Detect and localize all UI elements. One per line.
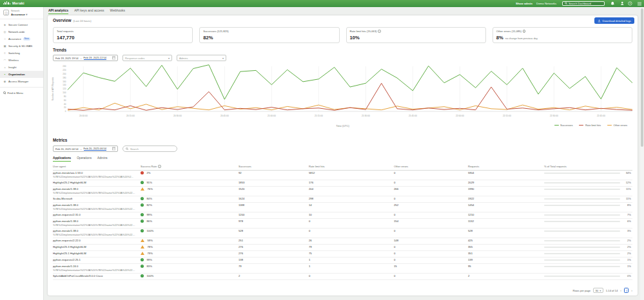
table-row[interactable]: python-requests/2.31.0↑99%120010012107% xyxy=(53,212,632,219)
response-codes-select[interactable]: Response codes▾ xyxy=(122,55,172,61)
info-icon[interactable]: i xyxy=(523,30,526,33)
dashboard-search-input[interactable]: Search Dashboard xyxy=(562,1,605,6)
trends-date-start[interactable]: Feb 19, 2025 19:54 xyxy=(55,57,79,60)
stat-card-value: 147,770 xyxy=(57,35,74,41)
sidebar-item-find-in-menu[interactable]: Find in Menu xyxy=(0,89,43,97)
table-row[interactable]: python-requests/2.25.1↑99%138101391% xyxy=(53,258,632,264)
show-admin-link[interactable]: Show admin xyxy=(516,2,532,5)
user-agent-name: Highlight/25.2 HighlightSLM xyxy=(53,181,137,184)
table-row[interactable]: Highlight/25.1 HighlightSLM79%2767503512… xyxy=(53,251,632,258)
user-agent-cell: python-requests/2.22.0 xyxy=(53,239,139,242)
announcements-icon[interactable] xyxy=(610,1,615,6)
status-good-icon: ↑ xyxy=(141,258,144,261)
chevron-down-icon: ▾ xyxy=(168,57,170,60)
pct-value: 11% xyxy=(623,187,631,191)
metrics-date-start[interactable]: Feb 20, 2025 04:54 xyxy=(55,147,79,151)
table-row[interactable]: python-meraki/1.38.0%7B%22implementation… xyxy=(53,203,632,212)
requests-cell: 1990 xyxy=(468,187,543,191)
apps-grid-icon[interactable] xyxy=(637,1,642,6)
overview-subtitle: (Last 24 hours) xyxy=(73,19,91,23)
legend-label: Other errors xyxy=(613,124,627,127)
trends-date-range-picker[interactable]: Feb 19, 2025 19:54 → Feb 19, 2025 22:54 xyxy=(53,55,118,61)
meraki-logo[interactable]: Meraki xyxy=(3,1,24,5)
admins-select[interactable]: Admins▾ xyxy=(177,55,226,61)
user-agent-name: python-meraki/1.38.0 xyxy=(53,187,137,191)
rows-per-page-select[interactable]: 30▾ xyxy=(593,288,603,293)
account-icon[interactable] xyxy=(620,1,625,6)
requests-cell: 355 xyxy=(468,245,543,248)
svg-text:22:15:00: 22:15:00 xyxy=(503,115,511,117)
sidebar-item-security-sd-wan[interactable]: ▣Security & SD-WAN xyxy=(0,42,43,50)
status-good-icon: ↑ xyxy=(141,197,144,200)
table-row[interactable]: python-requests/2.22.059%251261484252% xyxy=(53,238,632,245)
chart-legend: SuccessesRate limit hitsOther errors xyxy=(554,124,627,127)
next-page-button[interactable]: › xyxy=(631,288,632,292)
svg-text:0: 0 xyxy=(65,110,66,113)
table-row[interactable]: Highlight/25.3 HighlightSLM78%2767903552… xyxy=(53,245,632,251)
table-row[interactable]: Highlight/25.2 HighlightSLM↑91%185317602… xyxy=(53,180,632,187)
table-row[interactable]: python-meraki/aio-1.53.0%7B%22implementa… xyxy=(53,171,632,180)
sidebar-item-label: Access Manager xyxy=(8,80,28,83)
trends-date-end[interactable]: Feb 19, 2025 22:54 xyxy=(84,56,107,61)
demo-networks-link[interactable]: Demo Networks xyxy=(536,2,556,5)
sidebar-item-secure-connect[interactable]: ◈Secure Connect xyxy=(0,21,43,28)
previous-page-button[interactable]: ‹ xyxy=(620,288,621,292)
requests-cell: 2 xyxy=(468,274,543,277)
tab-api-keys-and-access[interactable]: API keys and access xyxy=(74,8,104,14)
table-row[interactable]: SplunkAddOnForCiscoMeraki/3.0.0 Cisco↑10… xyxy=(53,274,632,280)
download-detailed-logs-button[interactable]: Download detailed logs xyxy=(594,17,634,24)
rate-limit-hits-cell: 298 xyxy=(309,197,393,200)
rate-limit-hits-cell: 1 xyxy=(309,258,393,261)
sidebar-item-switching[interactable]: ≡Switching xyxy=(0,50,43,57)
sidebar-item-insight[interactable]: ▵Insight xyxy=(0,64,43,71)
network-selector[interactable]: ◫ Network Assurance ▾ xyxy=(0,7,43,19)
pct-value: 0% xyxy=(623,274,631,277)
other-errors-cell: 15 xyxy=(394,265,467,268)
user-agent-detail: %7B%22implementation%22%3A%20%7B%22name%… xyxy=(53,233,137,236)
tab-api-analytics[interactable]: API analytics xyxy=(48,8,68,14)
metrics-date-range-picker[interactable]: Feb 20, 2025 04:54 → Feb 20, 2025 06:54 xyxy=(53,145,118,152)
table-row[interactable]: python-meraki/1.38.0%7B%22implementation… xyxy=(53,219,632,229)
table-row[interactable]: python-meraki/1.24.0%7B%22implementation… xyxy=(53,264,632,274)
sidebar-item-network-wide[interactable]: ◎Network-wide xyxy=(0,28,43,35)
vertical-scrollbar[interactable] xyxy=(640,7,644,300)
pct-bar-track xyxy=(544,247,620,248)
pct-value: 3% xyxy=(623,229,631,232)
svg-text:22:00:00: 22:00:00 xyxy=(456,115,464,117)
scrollbar-thumb[interactable] xyxy=(641,8,643,147)
tab-admins[interactable]: Admins xyxy=(97,156,108,162)
help-icon[interactable]: ? xyxy=(628,1,633,6)
requests-cell: 2029 xyxy=(468,181,543,184)
pct-value: 2% xyxy=(623,245,631,248)
sidebar-item-wireless[interactable]: ◠Wireless xyxy=(0,57,43,64)
cisco-logo-icon xyxy=(3,1,10,5)
new-badge: New xyxy=(23,37,30,41)
user-agent-name: python-meraki/1.24.0 xyxy=(53,265,137,268)
table-row[interactable]: Scuba-Microsoft↑84%16242980192211% xyxy=(53,196,632,203)
status-warning-icon xyxy=(141,245,144,248)
metrics-search-input[interactable]: Search xyxy=(122,145,177,152)
column-header-label: Requests xyxy=(468,165,479,168)
stat-card-value-row: 10% xyxy=(350,35,482,41)
success-rate-cell: 59% xyxy=(141,239,237,242)
sidebar-item-organization[interactable]: ▪Organization xyxy=(0,71,43,78)
chevron-down-icon: ▾ xyxy=(600,289,601,292)
pct-bar-track xyxy=(544,182,620,184)
info-icon[interactable]: i xyxy=(158,165,161,168)
table-row[interactable]: python-meraki/1.38.0%7B%22implementation… xyxy=(53,187,632,196)
current-page-button[interactable]: 1 xyxy=(624,288,629,293)
column-header-label: Rate limit hits xyxy=(309,165,325,168)
legend-item-rate-limit-hits: Rate limit hits xyxy=(579,124,601,127)
table-row[interactable]: python-meraki/1.38.0%7B%22implementation… xyxy=(53,229,632,238)
tab-webhooks[interactable]: Webhooks xyxy=(110,8,126,14)
tab-operations[interactable]: Operations xyxy=(77,156,92,162)
sidebar-item-access-manager[interactable]: ◉Access Manager xyxy=(0,78,43,85)
stat-card-label-text: Rate limit hits (15,063) xyxy=(350,30,377,33)
sidebar-item-assurance[interactable]: ○AssuranceNew xyxy=(0,35,43,42)
column-header-label: User agent xyxy=(53,165,66,168)
pct-of-total-cell: 11% xyxy=(544,197,632,200)
metrics-date-end[interactable]: Feb 20, 2025 06:54 xyxy=(84,147,107,151)
info-icon[interactable]: i xyxy=(378,30,381,33)
tab-applications[interactable]: Applications xyxy=(53,156,71,162)
legend-swatch-icon xyxy=(607,125,612,126)
